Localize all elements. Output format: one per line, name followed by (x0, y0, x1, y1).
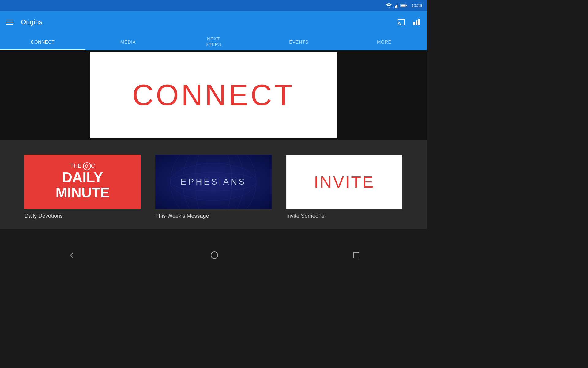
svg-rect-3 (398, 3, 398, 8)
svg-rect-8 (416, 20, 417, 25)
hamburger-button[interactable] (6, 20, 13, 25)
invite-label: INVITE (314, 172, 375, 191)
tab-next-steps[interactable]: NEXTSTEPS (171, 33, 256, 50)
svg-rect-9 (418, 19, 420, 25)
signal-icon (394, 3, 398, 8)
app-title: Origins (21, 18, 397, 26)
bottom-nav (0, 244, 427, 266)
back-button[interactable] (67, 250, 77, 260)
hero-area: CONNECT (0, 50, 427, 140)
tab-media[interactable]: MEDIA (85, 33, 171, 50)
card-label-daily: Daily Devotions (24, 213, 63, 219)
chart-icon[interactable] (413, 18, 421, 26)
svg-rect-1 (395, 6, 396, 8)
app-bar: Origins (0, 11, 427, 33)
cast-icon[interactable] (397, 18, 405, 26)
card-label-message: This Week's Message (155, 213, 209, 219)
card-image-daily: THE ƠC DAILY MINUTE (24, 155, 141, 209)
card-daily-devotions[interactable]: THE ƠC DAILY MINUTE Daily Devotions (24, 155, 141, 219)
svg-rect-2 (396, 5, 397, 8)
svg-rect-6 (401, 5, 405, 7)
svg-rect-17 (353, 252, 359, 258)
recent-button[interactable] (352, 251, 360, 259)
content-grid: THE ƠC DAILY MINUTE Daily Devotions EPHE… (0, 140, 427, 229)
svg-point-16 (211, 252, 218, 259)
hero-banner: CONNECT (90, 52, 337, 138)
hero-title: CONNECT (132, 78, 295, 112)
card-image-invite: INVITE (286, 155, 402, 209)
status-time: 10:26 (411, 3, 422, 8)
tab-connect[interactable]: CONNECT (0, 33, 85, 50)
svg-rect-7 (413, 22, 415, 25)
status-icons: 10:26 (386, 3, 422, 8)
status-bar: 10:26 (0, 0, 427, 11)
card-image-message: EPHESIANS (155, 155, 271, 209)
svg-rect-0 (394, 6, 394, 8)
card-label-invite: Invite Someone (286, 213, 325, 219)
card-invite[interactable]: INVITE Invite Someone (286, 155, 402, 219)
app-bar-actions (397, 18, 421, 26)
ephesians-label: EPHESIANS (181, 177, 246, 187)
home-button[interactable] (210, 251, 219, 259)
battery-icon (400, 4, 407, 7)
card-weekly-message[interactable]: EPHESIANS This Week's Message (155, 155, 271, 219)
svg-rect-5 (406, 5, 407, 6)
tab-bar: CONNECT MEDIA NEXTSTEPS EVENTS MORE (0, 33, 427, 50)
tab-events[interactable]: EVENTS (256, 33, 341, 50)
wifi-icon (386, 3, 392, 8)
tab-more[interactable]: MORE (341, 33, 427, 50)
